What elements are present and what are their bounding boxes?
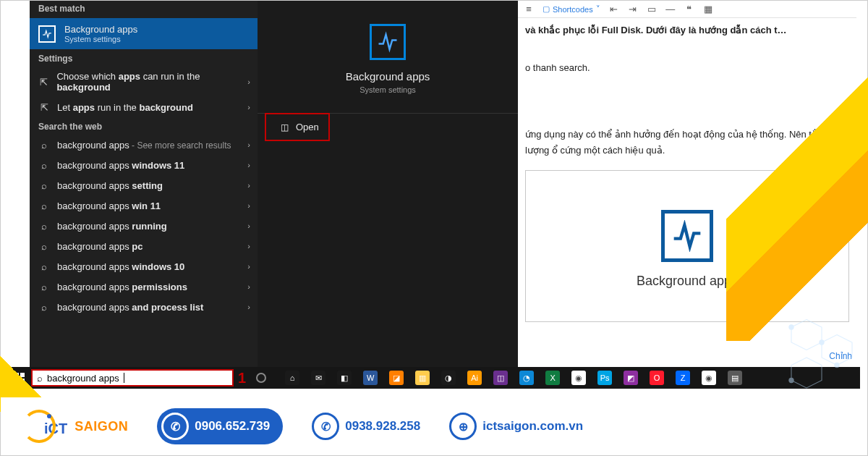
store-icon[interactable]: ⌂ <box>285 371 299 385</box>
search-icon: ⌕ <box>38 139 50 151</box>
zalo-icon[interactable]: Z <box>676 371 690 385</box>
decoration <box>715 311 867 405</box>
phone-primary[interactable]: ✆ 0906.652.739 <box>157 408 283 444</box>
illustrator-icon[interactable]: Ai <box>467 371 482 385</box>
app1-icon[interactable]: ◪ <box>389 371 404 385</box>
svg-rect-2 <box>14 379 19 383</box>
best-match-item[interactable]: Background apps System settings <box>30 18 258 49</box>
edge-icon[interactable]: ◔ <box>519 371 534 385</box>
search-icon: ⌕ <box>38 159 50 171</box>
explorer-icon[interactable]: ▥ <box>415 371 430 385</box>
web-result[interactable]: ⌕background apps pc› <box>30 236 258 256</box>
excel-icon[interactable]: X <box>545 371 560 385</box>
settings-item-label: Let apps run in the background <box>57 102 193 113</box>
app3-icon[interactable]: ◫ <box>493 371 508 385</box>
outdent-icon[interactable]: ⇤ <box>609 4 619 14</box>
indent-icon[interactable]: ⇥ <box>628 4 638 14</box>
phone-icon: ✆ <box>312 413 339 440</box>
search-icon: ⌕ <box>38 180 50 191</box>
feedback-label: Feedback <box>803 169 841 180</box>
search-preview-panel: Background apps System settings ◫ Open 2 <box>258 1 518 367</box>
search-icon: ⌕ <box>38 220 50 232</box>
align-icon[interactable]: ≡ <box>524 4 534 14</box>
svg-rect-3 <box>20 379 25 383</box>
svg-point-8 <box>820 340 824 345</box>
phone-icon: ✆ <box>161 413 189 440</box>
figure-caption: Background apps <box>526 274 848 289</box>
chevron-right-icon: › <box>247 303 250 311</box>
web-result[interactable]: ⌕ background apps - See more search resu… <box>30 135 258 155</box>
table-icon[interactable]: ▦ <box>703 4 713 14</box>
web-result-label: background apps windows 10 <box>57 261 184 272</box>
external-icon: ⇱ <box>38 76 49 88</box>
chevron-right-icon: › <box>247 242 250 250</box>
activity-icon <box>661 210 713 262</box>
svg-point-9 <box>835 363 839 367</box>
app2-icon[interactable]: ◑ <box>441 371 456 385</box>
globe-icon: ⊕ <box>449 413 477 440</box>
camera-icon[interactable]: ◧ <box>337 371 352 385</box>
web-result[interactable]: ⌕background apps windows 11› <box>30 155 258 175</box>
web-result[interactable]: ⌕background apps permissions› <box>30 276 258 297</box>
annotation-1: 1 <box>238 370 246 387</box>
svg-point-10 <box>789 378 793 382</box>
web-result[interactable]: ⌕background apps and process list› <box>30 297 258 317</box>
preview-title: Background apps <box>258 70 518 83</box>
search-icon: ⌕ <box>37 373 43 384</box>
open-button[interactable]: ◫ Open <box>265 113 330 141</box>
web-result[interactable]: ⌕background apps windows 10› <box>30 256 258 276</box>
search-input-value: background apps <box>47 373 119 384</box>
chevron-right-icon: › <box>247 103 250 111</box>
svg-marker-5 <box>822 335 852 366</box>
web-result-label: background apps - See more search result… <box>57 140 231 151</box>
chevron-right-icon: › <box>247 161 250 169</box>
web-result[interactable]: ⌕background apps running› <box>30 216 258 236</box>
settings-item[interactable]: ⇱ Choose which apps can run in the backg… <box>30 67 258 97</box>
svg-marker-4 <box>791 320 822 350</box>
chrome-icon[interactable]: ◉ <box>571 371 586 385</box>
external-icon: ⇱ <box>38 101 50 113</box>
inserted-figure[interactable]: Feedback Background apps <box>525 170 849 322</box>
svg-rect-1 <box>20 373 25 377</box>
open-icon: ◫ <box>281 122 289 132</box>
web-result-label: background apps and process list <box>57 302 203 313</box>
editor-toolbar[interactable]: ≡ ▢ Shortcodes ˅ ⇤ ⇥ ▭ — ❝ ▦ <box>518 1 856 18</box>
activity-icon <box>370 24 406 60</box>
taskbar-search[interactable]: ⌕ background apps <box>31 369 234 387</box>
chevron-right-icon: › <box>247 282 250 291</box>
settings-header: Settings <box>30 49 258 67</box>
preview-subtitle: System settings <box>258 85 518 94</box>
word-icon[interactable]: W <box>363 371 378 385</box>
web-result[interactable]: ⌕background apps setting› <box>30 175 258 195</box>
editor-content[interactable]: và khắc phục lỗi Full Disk. Dưới đây là … <box>518 18 856 163</box>
phone-secondary[interactable]: ✆ 0938.928.258 <box>312 413 420 440</box>
web-result-label: background apps pc <box>57 241 143 252</box>
search-results-panel: Best match Background apps System settin… <box>30 1 258 367</box>
best-match-title: Background apps <box>64 24 137 35</box>
web-result-label: background apps permissions <box>57 282 187 292</box>
svg-marker-6 <box>791 358 822 388</box>
photoshop-icon[interactable]: Ps <box>597 371 612 385</box>
chevron-right-icon: › <box>247 140 250 149</box>
start-button[interactable] <box>8 367 31 389</box>
website-link[interactable]: ⊕ ictsaigon.com.vn <box>449 413 583 440</box>
mail-icon[interactable]: ✉ <box>311 371 326 385</box>
settings-item[interactable]: ⇱ Let apps run in the background › <box>30 97 258 117</box>
settings-item-label: Choose which apps can run in the backgro… <box>56 71 249 93</box>
image-icon[interactable]: ▭ <box>647 4 657 14</box>
quote-icon[interactable]: ❝ <box>684 4 694 14</box>
web-result[interactable]: ⌕background apps win 11› <box>30 195 258 216</box>
opera-icon[interactable]: O <box>650 371 664 385</box>
chevron-right-icon: › <box>247 77 250 86</box>
svg-point-7 <box>789 325 793 329</box>
best-match-subtitle: System settings <box>64 35 137 43</box>
chrome2-icon[interactable]: ◉ <box>702 371 716 385</box>
shortcodes-dropdown[interactable]: ▢ Shortcodes ˅ <box>542 4 600 14</box>
hr-icon[interactable]: — <box>665 4 676 14</box>
chevron-right-icon: › <box>247 221 250 230</box>
cortana-icon[interactable] <box>256 373 266 383</box>
app4-icon[interactable]: ◩ <box>624 371 638 385</box>
best-match-header: Best match <box>30 1 258 18</box>
chevron-right-icon: › <box>247 262 250 271</box>
logo: iCT SAIGON <box>22 410 128 443</box>
